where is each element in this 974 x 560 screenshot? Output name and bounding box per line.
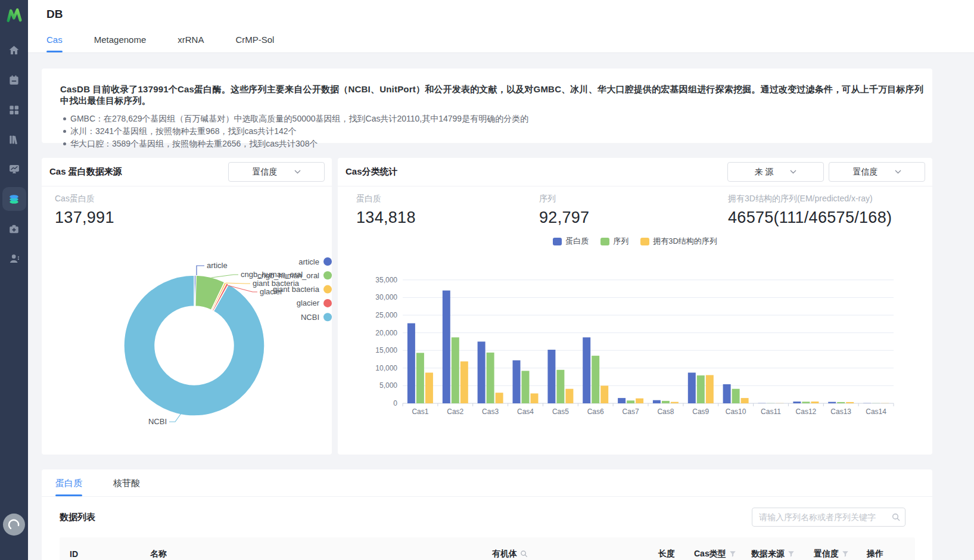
column-label: Cas类型 — [694, 549, 726, 559]
svg-text:Cas9: Cas9 — [692, 407, 709, 416]
column-confidence: 置信度 — [814, 537, 849, 560]
svg-text:giant bacteria: giant bacteria — [273, 285, 320, 294]
svg-text:article: article — [207, 261, 228, 270]
sidebar-item-home[interactable] — [2, 38, 26, 62]
column-cas-type: Cas类型 — [694, 537, 736, 560]
tab-xrrna[interactable]: xrRNA — [178, 35, 204, 52]
intro-bullet: GMBC：在278,629个基因组（百万碱基对）中选取高质量的50000基因组，… — [60, 113, 932, 125]
svg-text:Cas8: Cas8 — [657, 407, 674, 416]
brand-logo[interactable] — [4, 5, 24, 26]
svg-text:cngb_human_oral: cngb_human_oral — [257, 271, 319, 280]
intro-bullet-list: GMBC：在278,629个基因组（百万碱基对）中选取高质量的50000基因组，… — [60, 113, 932, 150]
page-header: DB Cas Metagenome xrRNA CrMP-Sol — [28, 0, 974, 53]
source-card-header: Cas 蛋白数据来源 置信度 — [42, 158, 332, 186]
sidebar-item-monitor[interactable] — [2, 157, 26, 181]
column-id: ID — [70, 537, 78, 560]
svg-text:Cas6: Cas6 — [587, 407, 604, 416]
sidebar-item-library[interactable] — [2, 127, 26, 151]
intro-bullet: 冰川：3241个基因组，按照物种去重968，找到cas共计142个 — [60, 125, 932, 138]
list-header: 数据列表 — [42, 497, 932, 527]
user-avatar[interactable] — [3, 514, 25, 536]
svg-text:Cas4: Cas4 — [517, 407, 534, 416]
legend-swatch — [640, 238, 649, 245]
svg-text:article: article — [298, 257, 319, 266]
svg-text:Cas1: Cas1 — [412, 407, 428, 416]
column-label: 名称 — [150, 549, 167, 559]
tab-protein[interactable]: 蛋白质 — [55, 478, 82, 496]
class-card-filters: 来 源 置信度 — [727, 162, 925, 182]
protein-stat: 蛋白质 134,818 — [356, 194, 416, 227]
column-actions: 操作 — [867, 537, 883, 560]
main-area: DB Cas Metagenome xrRNA CrMP-Sol CasDB 目… — [28, 0, 974, 560]
legend-swatch — [600, 238, 609, 245]
svg-text:Cas12: Cas12 — [796, 407, 817, 416]
svg-text:glacier: glacier — [297, 298, 320, 307]
sidebar-item-user[interactable] — [2, 247, 26, 270]
source-stat-value: 137,991 — [55, 209, 114, 227]
class-bar-chart: 05,00010,00015,00020,00025,00030,00035,0… — [338, 259, 932, 438]
library-books-icon — [8, 134, 20, 145]
sidebar-item-database[interactable] — [2, 187, 26, 211]
sidebar-item-apps[interactable] — [2, 98, 26, 122]
intro-bullet: 华大口腔：3589个基因组，按照物种去重2656，找到cas共计308个 — [60, 138, 932, 150]
sequence-type-tabs: 蛋白质 核苷酸 — [42, 469, 932, 497]
filter-icon[interactable] — [729, 550, 736, 558]
legend-label: 蛋白质 — [565, 236, 589, 247]
svg-text:NCBI: NCBI — [301, 313, 319, 322]
search-input[interactable] — [752, 508, 905, 527]
source-select[interactable]: 来 源 — [727, 162, 824, 182]
svg-text:30,000: 30,000 — [375, 293, 397, 301]
tab-crmp-sol[interactable]: CrMP-Sol — [235, 35, 274, 52]
source-select-value: 来 源 — [755, 167, 774, 178]
svg-text:Cas14: Cas14 — [866, 407, 886, 416]
svg-text:0: 0 — [393, 399, 397, 407]
svg-text:Cas11: Cas11 — [761, 407, 781, 416]
svg-text:Cas5: Cas5 — [552, 407, 569, 416]
source-pie-chart: articlecngb_human_oralgiant bacteriaglac… — [42, 241, 332, 444]
filter-icon[interactable] — [842, 550, 849, 558]
column-label: 数据来源 — [751, 549, 785, 559]
page-title: DB — [46, 0, 974, 21]
confidence-select[interactable]: 置信度 — [228, 162, 325, 182]
structure-stat-label: 拥有3D结构的序列(EM/predicted/x-ray) — [728, 194, 892, 204]
legend-label: 序列 — [613, 236, 628, 247]
search-icon[interactable] — [520, 550, 528, 558]
structure-stat: 拥有3D结构的序列(EM/predicted/x-ray) 46575(111/… — [728, 194, 892, 227]
column-length: 长度 — [658, 537, 675, 560]
tab-nucleotide[interactable]: 核苷酸 — [113, 478, 140, 496]
sequence-stat: 序列 92,797 — [539, 194, 589, 227]
structure-stat-value: 46575(111/46575/168) — [728, 209, 892, 227]
sidebar-item-medkit[interactable] — [2, 217, 26, 241]
tab-cas[interactable]: Cas — [46, 35, 63, 52]
column-name: 名称 — [150, 537, 167, 560]
class-card: Cas分类统计 来 源 置信度 — [338, 158, 932, 455]
sequence-stat-value: 92,797 — [539, 209, 589, 227]
tab-metagenome[interactable]: Metagenome — [94, 35, 147, 52]
search-icon[interactable] — [892, 513, 900, 521]
svg-text:25,000: 25,000 — [375, 311, 397, 319]
page-content: CasDB 目前收录了137991个Cas蛋白酶。这些序列主要来自公开数据（NC… — [28, 53, 974, 560]
source-stat: Cas蛋白质 137,991 — [55, 194, 114, 227]
avatar-icon — [7, 517, 22, 533]
column-label: 置信度 — [814, 549, 839, 559]
svg-text:15,000: 15,000 — [375, 346, 397, 354]
svg-text:Cas7: Cas7 — [623, 407, 639, 416]
column-label: 长度 — [658, 549, 675, 559]
legend-item-sequence: 序列 — [600, 236, 628, 247]
svg-text:20,000: 20,000 — [375, 329, 397, 337]
column-label: 有机体 — [492, 549, 517, 559]
column-data-source: 数据来源 — [751, 537, 795, 560]
monitor-chart-icon — [8, 163, 20, 175]
medkit-icon — [8, 223, 20, 235]
class-card-title: Cas分类统计 — [346, 166, 398, 178]
confidence-select-2[interactable]: 置信度 — [829, 162, 925, 182]
confidence-select-2-value: 置信度 — [853, 167, 878, 178]
svg-text:Cas3: Cas3 — [482, 407, 499, 416]
filter-icon[interactable] — [788, 550, 795, 558]
svg-text:NCBI: NCBI — [148, 417, 167, 426]
app-root: DB Cas Metagenome xrRNA CrMP-Sol CasDB 目… — [0, 0, 974, 560]
sidebar-item-calendar[interactable] — [2, 68, 26, 92]
calendar-icon — [8, 74, 20, 86]
home-icon — [8, 45, 20, 56]
legend-label: 拥有3D结构的序列 — [653, 236, 717, 247]
